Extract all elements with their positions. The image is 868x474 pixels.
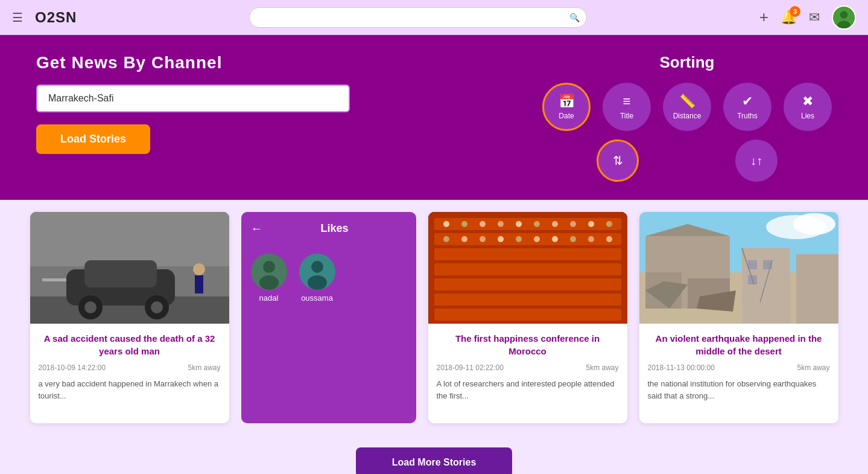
card-title-4: An violent earthquake happened in the mi…	[648, 332, 830, 357]
svg-rect-14	[195, 275, 203, 293]
channel-input[interactable]	[36, 85, 350, 112]
back-icon[interactable]: ←	[251, 222, 263, 235]
svg-point-11	[151, 301, 163, 313]
svg-point-45	[534, 236, 540, 242]
svg-point-66	[793, 213, 835, 235]
card-date-3: 2018-09-11 02:22:00	[437, 364, 504, 372]
sort-truths-button[interactable]: ✔ Truths	[723, 83, 771, 131]
card-body-3: The first happiness conference in Morocc…	[428, 324, 627, 410]
svg-rect-29	[434, 309, 621, 321]
sorting-row-2: ⇅ ↓↑	[597, 139, 778, 182]
story-card-1[interactable]: A sad accident caused the death of a 32 …	[30, 212, 229, 423]
svg-point-34	[516, 221, 522, 227]
likes-users-list: nadal oussama	[251, 248, 335, 309]
sort-distance-label: Distance	[673, 112, 702, 120]
header: ☰ O2SN 🔍 + 🔔 3 ✉	[0, 0, 868, 35]
svg-rect-59	[796, 254, 838, 324]
like-user-2: oussama	[299, 254, 335, 303]
svg-point-1	[840, 11, 848, 19]
card-date-4: 2018-11-13 00:00:00	[648, 364, 715, 372]
sort-truths-label: Truths	[737, 112, 758, 120]
card-excerpt-1: a very bad accident happened in Marrakec…	[39, 378, 221, 402]
svg-rect-12	[42, 278, 66, 281]
like-user-1: nadal	[251, 254, 287, 303]
card-distance-4: 5km away	[797, 364, 829, 372]
sort-date-button[interactable]: 📅 Date	[542, 83, 591, 131]
notification-badge: 3	[790, 6, 800, 17]
sort-distance-button[interactable]: 📏 Distance	[663, 83, 711, 131]
card-distance-3: 5km away	[586, 364, 618, 372]
svg-point-17	[259, 275, 279, 290]
svg-point-44	[516, 236, 522, 242]
card-excerpt-3: A lot of researchers and interested peop…	[437, 378, 619, 402]
svg-point-35	[534, 221, 540, 227]
load-stories-button[interactable]: Load Stories	[36, 124, 150, 154]
svg-point-20	[308, 275, 327, 290]
svg-point-42	[480, 236, 486, 242]
svg-point-32	[480, 221, 486, 227]
svg-point-36	[552, 221, 558, 227]
sort-desc-icon: ↓↑	[750, 154, 762, 168]
svg-point-38	[588, 221, 594, 227]
card-image-3	[428, 212, 627, 324]
cards-section: A sad accident caused the death of a 32 …	[0, 200, 868, 435]
card-meta-3: 2018-09-11 02:22:00 5km away	[437, 364, 619, 372]
card-distance-1: 5km away	[188, 364, 220, 372]
svg-point-43	[498, 236, 504, 242]
svg-point-16	[263, 261, 275, 273]
sort-desc-button[interactable]: ↓↑	[735, 139, 778, 182]
svg-rect-27	[434, 278, 621, 290]
lies-icon: ✖	[802, 94, 813, 109]
svg-point-49	[606, 236, 612, 242]
sort-asc-icon: ⇅	[613, 153, 623, 168]
search-icon: 🔍	[569, 13, 580, 22]
svg-point-37	[570, 221, 576, 227]
header-right: + 🔔 3 ✉	[759, 5, 856, 30]
notification-icon[interactable]: 🔔 3	[781, 10, 797, 25]
card-body-4: An violent earthquake happened in the mi…	[639, 324, 838, 410]
svg-point-47	[570, 236, 576, 242]
sort-asc-button[interactable]: ⇅	[597, 139, 639, 182]
story-card-3[interactable]: The first happiness conference in Morocc…	[428, 212, 627, 423]
like-avatar-1	[251, 254, 287, 290]
likes-header: ← Likes	[251, 222, 407, 235]
card-image-4	[639, 212, 838, 324]
like-name-1: nadal	[259, 293, 279, 303]
search-bar: 🔍	[249, 7, 587, 28]
sort-title-label: Title	[620, 112, 633, 120]
svg-point-39	[606, 221, 612, 227]
mail-icon[interactable]: ✉	[809, 10, 820, 25]
truths-icon: ✔	[742, 94, 753, 109]
sorting-section: Sorting 📅 Date ≡ Title 📏 Distance ✔ Trut…	[542, 53, 832, 182]
distance-icon: 📏	[679, 94, 695, 109]
svg-point-30	[443, 221, 449, 227]
svg-point-41	[461, 236, 467, 242]
add-icon[interactable]: +	[759, 8, 768, 27]
sorting-row-1: 📅 Date ≡ Title 📏 Distance ✔ Truths ✖ Lie…	[542, 83, 832, 131]
like-avatar-2	[299, 254, 335, 290]
card-meta-1: 2018-10-09 14:22:00 5km away	[39, 364, 221, 372]
likes-card[interactable]: ← Likes nadal	[241, 212, 416, 423]
title-icon: ≡	[623, 94, 631, 109]
sort-lies-button[interactable]: ✖ Lies	[784, 83, 832, 131]
hamburger-icon[interactable]: ☰	[12, 10, 23, 25]
date-icon: 📅	[559, 94, 575, 109]
sort-lies-label: Lies	[801, 112, 814, 120]
search-input[interactable]	[249, 7, 587, 28]
svg-point-48	[588, 236, 594, 242]
sort-date-label: Date	[559, 112, 574, 120]
sort-title-button[interactable]: ≡ Title	[603, 83, 651, 131]
load-more-button[interactable]: Load More Stories	[356, 447, 513, 474]
user-avatar[interactable]	[832, 5, 856, 30]
card-date-1: 2018-10-09 14:22:00	[39, 364, 106, 372]
svg-point-33	[498, 221, 504, 227]
svg-point-46	[552, 236, 558, 242]
story-card-4[interactable]: An violent earthquake happened in the mi…	[639, 212, 838, 423]
channel-section: Get News By Channel Load Stories	[36, 53, 506, 154]
svg-rect-58	[742, 248, 790, 324]
svg-point-13	[193, 263, 205, 275]
card-title-1: A sad accident caused the death of a 32 …	[39, 332, 221, 357]
svg-rect-26	[434, 263, 621, 275]
like-name-2: oussama	[301, 293, 333, 303]
svg-rect-7	[84, 260, 157, 287]
